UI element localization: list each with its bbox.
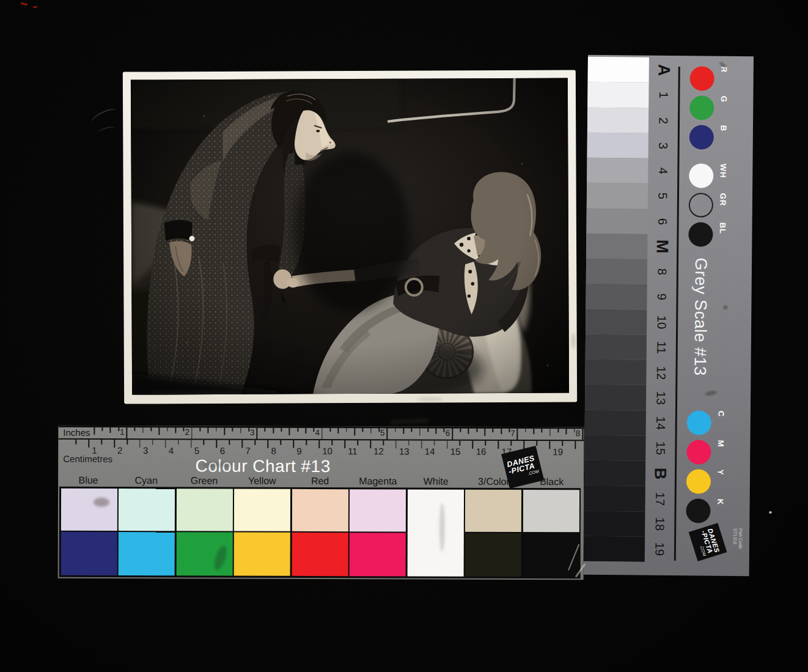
grey-scale-title: Grey Scale #13 — [690, 257, 710, 403]
dot-y — [686, 469, 711, 493]
colour-name-labels: BlueCyanGreenYellowRedMagentaWhite3/Colo… — [59, 475, 581, 488]
grey-step-label-box: B — [645, 461, 675, 487]
cm-tick — [472, 441, 474, 449]
inch-tick — [484, 428, 485, 436]
cm-tick — [549, 441, 550, 449]
inch-tick — [297, 427, 298, 432]
colour-name-3color: 3/Color — [465, 476, 523, 487]
grey-step-19 — [584, 536, 645, 562]
inch-tick — [370, 427, 372, 434]
grey-step-label: 9 — [655, 294, 669, 300]
colour-dots: RGBWHGRBLCMYK — [588, 55, 754, 56]
inch-tick — [346, 427, 347, 432]
chart-title: Colour Chart #13 — [141, 456, 385, 476]
scratch-mark — [89, 106, 119, 128]
colour-name-magenta: Magenta — [349, 476, 407, 487]
cm-tick — [139, 440, 141, 448]
colour-patch-tint — [119, 488, 175, 530]
colour-patch-tint — [523, 490, 579, 532]
grey-step-2 — [587, 107, 648, 133]
colour-patch-tint — [465, 489, 521, 531]
grey-step-label-box: 17 — [645, 486, 674, 512]
dot-r — [690, 66, 714, 90]
vignette — [131, 78, 569, 394]
inch-tick — [273, 427, 274, 434]
grey-step-1 — [587, 82, 648, 108]
grey-step-label: 4 — [656, 168, 670, 174]
cm-tick — [408, 440, 410, 445]
colour-name-red: Red — [291, 476, 349, 487]
centimetres-label: Centimetres — [63, 454, 112, 464]
cm-tick — [280, 440, 281, 445]
cm-number: 10 — [322, 446, 333, 456]
inch-tick — [566, 428, 567, 434]
grey-step-label: 6 — [655, 218, 669, 224]
inch-tick — [427, 428, 428, 432]
grey-step-label-box: 9 — [647, 284, 676, 310]
inch-number: 8 — [570, 429, 580, 438]
cm-number: 2 — [117, 445, 128, 456]
colour-patch-solid — [234, 533, 290, 576]
inch-tick — [582, 428, 583, 440]
inch-tick — [265, 427, 266, 432]
colour-name-green: Green — [175, 475, 233, 486]
print-border-smudge — [571, 333, 576, 349]
grey-step-label: 10 — [655, 316, 669, 329]
inch-tick — [525, 428, 526, 432]
grey-step-label: M — [653, 240, 672, 254]
inch-tick — [436, 428, 437, 434]
inch-tick — [411, 427, 413, 432]
grey-step-label-box: M — [647, 234, 677, 259]
cm-number: 9 — [296, 446, 307, 456]
colour-patch-tint — [61, 488, 117, 530]
inch-number: 2 — [180, 427, 189, 437]
grey-step-label: 12 — [654, 366, 668, 379]
scratch-mark — [391, 418, 428, 424]
dot-label-r: R — [717, 67, 730, 91]
cm-tick — [370, 440, 371, 448]
inch-tick — [476, 428, 477, 432]
cm-tick — [242, 440, 243, 448]
grey-step-label-box: 10 — [647, 309, 676, 335]
inch-tick — [387, 427, 388, 440]
dot-label-wh: WH — [716, 164, 730, 188]
inch-tick — [240, 427, 241, 434]
cm-number: 6 — [220, 445, 231, 456]
inch-tick — [533, 428, 534, 434]
dot-c — [687, 410, 711, 435]
dot-label-gr: GR — [716, 193, 730, 218]
colour-patch-solid — [465, 533, 521, 577]
dust-speck — [769, 511, 772, 514]
inch-tick — [468, 428, 469, 434]
inch-tick — [460, 428, 461, 432]
inch-number: 1 — [114, 427, 124, 437]
colour-patch-white — [407, 489, 463, 577]
grey-step-b — [584, 460, 645, 486]
dot-label-c: C — [714, 411, 728, 435]
inch-tick — [557, 428, 559, 432]
grey-step-label: 5 — [655, 193, 669, 199]
cm-tick — [204, 440, 205, 445]
grey-step-label-box: 14 — [646, 410, 675, 436]
cm-tick — [460, 441, 461, 446]
inches-label: Inches — [63, 427, 90, 438]
cm-tick — [152, 440, 153, 445]
part-code: Part Code ST1316 — [732, 528, 743, 549]
grey-step-13 — [585, 385, 646, 410]
dot-k — [686, 498, 710, 523]
cm-number: 7 — [246, 446, 257, 456]
cm-tick — [229, 440, 230, 445]
colour-name-yellow: Yellow — [233, 476, 291, 487]
grey-step-11 — [586, 334, 647, 360]
inch-tick — [110, 427, 111, 433]
inch-tick — [94, 427, 95, 435]
black-mat-background: 12345678 Inches 123456789101112131415161… — [0, 0, 808, 672]
grey-scale-strip: A123456M89101112131415B171819 RGBWHGRBLC… — [584, 55, 754, 576]
grey-step-label: B — [650, 468, 669, 480]
colour-patch-tint — [350, 489, 406, 531]
cm-tick — [101, 440, 102, 445]
grey-step-label-box: 6 — [647, 209, 677, 234]
inch-tick — [395, 427, 396, 432]
grey-step-label: 1 — [656, 92, 670, 98]
inch-tick — [191, 427, 193, 439]
